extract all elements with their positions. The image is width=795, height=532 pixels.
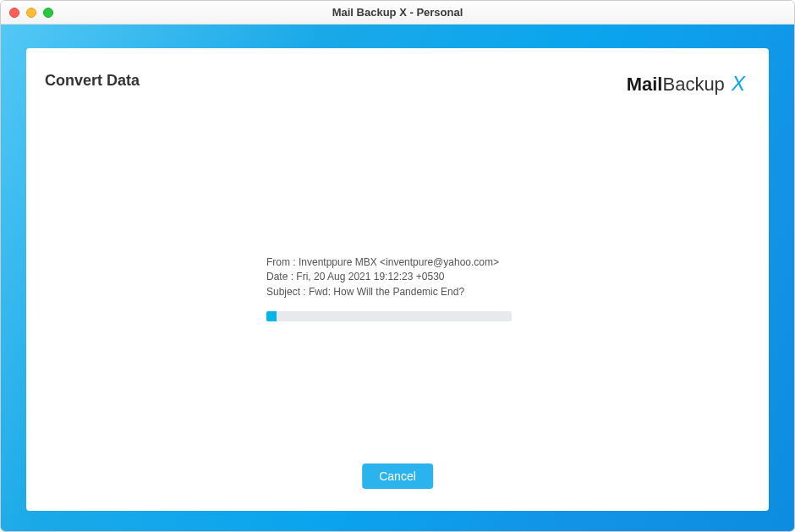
logo-x: X (732, 72, 745, 95)
main-panel: Convert Data MailBackup X From : Inventp… (26, 48, 769, 511)
subject-line: Subject : Fwd: How Will the Pandemic End… (266, 285, 529, 299)
minimize-icon[interactable] (26, 8, 36, 18)
window-titlebar: Mail Backup X - Personal (1, 1, 794, 25)
cancel-button[interactable]: Cancel (362, 463, 433, 489)
logo-mail: Mail (627, 74, 663, 95)
app-body: Convert Data MailBackup X From : Inventp… (1, 25, 794, 531)
close-icon[interactable] (9, 8, 19, 18)
progress-fill (266, 311, 277, 321)
progress-info: From : Inventppure MBX <inventpure@yahoo… (266, 255, 529, 321)
app-logo: MailBackup X (627, 72, 745, 96)
progress-bar (266, 311, 512, 321)
traffic-lights (9, 8, 53, 18)
window-title: Mail Backup X - Personal (1, 6, 794, 19)
date-line: Date : Fri, 20 Aug 2021 19:12:23 +0530 (266, 270, 529, 284)
logo-backup: Backup (662, 74, 724, 95)
from-line: From : Inventppure MBX <inventpure@yahoo… (266, 255, 529, 270)
maximize-icon[interactable] (43, 8, 53, 18)
